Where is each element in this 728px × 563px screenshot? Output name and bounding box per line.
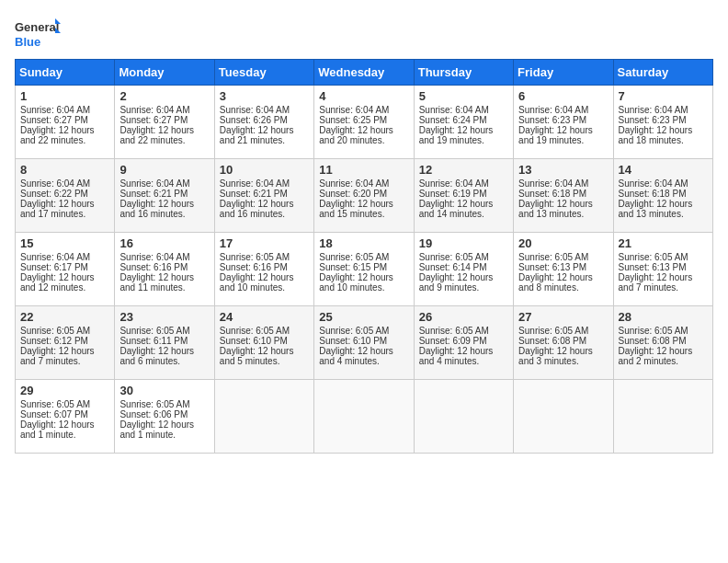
sunrise-label: Sunrise: 6:04 AM bbox=[119, 252, 189, 262]
weekday-header: Monday bbox=[115, 60, 214, 86]
sunset-label: Sunset: 6:11 PM bbox=[119, 336, 188, 346]
sunset-label: Sunset: 6:14 PM bbox=[419, 262, 487, 272]
sunrise-label: Sunrise: 6:05 AM bbox=[220, 326, 290, 336]
daylight-label: Daylight: 12 hours and 7 minutes. bbox=[20, 346, 95, 366]
calendar-row: 22 Sunrise: 6:05 AM Sunset: 6:12 PM Dayl… bbox=[16, 306, 713, 380]
sunset-label: Sunset: 6:24 PM bbox=[419, 115, 487, 125]
sunset-label: Sunset: 6:17 PM bbox=[20, 262, 88, 272]
day-number: 7 bbox=[619, 89, 708, 103]
sunrise-label: Sunrise: 6:04 AM bbox=[119, 105, 189, 115]
sunrise-label: Sunrise: 6:05 AM bbox=[319, 252, 389, 262]
calendar-cell: 16 Sunrise: 6:04 AM Sunset: 6:16 PM Dayl… bbox=[115, 233, 214, 306]
calendar-cell bbox=[414, 380, 513, 454]
daylight-label: Daylight: 12 hours and 11 minutes. bbox=[119, 272, 194, 293]
day-number: 4 bbox=[319, 89, 408, 103]
day-number: 6 bbox=[518, 89, 608, 103]
calendar-cell: 17 Sunrise: 6:05 AM Sunset: 6:16 PM Dayl… bbox=[214, 233, 313, 306]
logo: General Blue bbox=[15, 15, 61, 52]
sunrise-label: Sunrise: 6:04 AM bbox=[220, 178, 290, 189]
day-number: 11 bbox=[319, 163, 408, 177]
calendar-cell: 6 Sunrise: 6:04 AM Sunset: 6:23 PM Dayli… bbox=[514, 86, 613, 159]
sunrise-label: Sunrise: 6:05 AM bbox=[419, 326, 489, 336]
daylight-label: Daylight: 12 hours and 8 minutes. bbox=[518, 272, 593, 293]
sunrise-label: Sunrise: 6:04 AM bbox=[619, 178, 688, 189]
daylight-label: Daylight: 12 hours and 1 minute. bbox=[119, 419, 194, 440]
sunset-label: Sunset: 6:15 PM bbox=[319, 262, 387, 272]
sunrise-label: Sunrise: 6:05 AM bbox=[518, 252, 588, 262]
sunrise-label: Sunrise: 6:04 AM bbox=[20, 105, 90, 115]
day-number: 19 bbox=[419, 236, 508, 250]
sunrise-label: Sunrise: 6:05 AM bbox=[319, 326, 389, 336]
sunset-label: Sunset: 6:23 PM bbox=[518, 115, 586, 125]
day-number: 25 bbox=[319, 310, 408, 324]
sunrise-label: Sunrise: 6:04 AM bbox=[319, 105, 389, 115]
day-number: 12 bbox=[419, 163, 508, 177]
sunset-label: Sunset: 6:07 PM bbox=[20, 409, 88, 419]
calendar-header-row: SundayMondayTuesdayWednesdayThursdayFrid… bbox=[16, 60, 713, 86]
daylight-label: Daylight: 12 hours and 21 minutes. bbox=[220, 125, 294, 145]
calendar-cell: 5 Sunrise: 6:04 AM Sunset: 6:24 PM Dayli… bbox=[414, 86, 513, 159]
sunset-label: Sunset: 6:16 PM bbox=[220, 262, 288, 272]
daylight-label: Daylight: 12 hours and 5 minutes. bbox=[220, 346, 294, 366]
calendar-cell: 25 Sunrise: 6:05 AM Sunset: 6:10 PM Dayl… bbox=[314, 306, 414, 380]
day-number: 10 bbox=[220, 163, 309, 177]
sunset-label: Sunset: 6:21 PM bbox=[119, 189, 188, 199]
calendar-cell: 23 Sunrise: 6:05 AM Sunset: 6:11 PM Dayl… bbox=[115, 306, 214, 380]
weekday-header: Tuesday bbox=[214, 60, 313, 86]
sunrise-label: Sunrise: 6:04 AM bbox=[419, 178, 489, 189]
day-number: 1 bbox=[20, 89, 109, 103]
calendar-table: SundayMondayTuesdayWednesdayThursdayFrid… bbox=[15, 59, 713, 454]
day-number: 23 bbox=[119, 310, 209, 324]
sunrise-label: Sunrise: 6:04 AM bbox=[20, 252, 90, 262]
logo-svg: General Blue bbox=[15, 15, 61, 52]
day-number: 13 bbox=[518, 163, 608, 177]
calendar-row: 15 Sunrise: 6:04 AM Sunset: 6:17 PM Dayl… bbox=[16, 233, 713, 306]
sunset-label: Sunset: 6:27 PM bbox=[119, 115, 188, 125]
sunset-label: Sunset: 6:20 PM bbox=[319, 189, 387, 199]
calendar-cell bbox=[214, 380, 313, 454]
sunset-label: Sunset: 6:08 PM bbox=[619, 336, 687, 346]
day-number: 22 bbox=[20, 310, 109, 324]
weekday-header: Saturday bbox=[613, 60, 712, 86]
daylight-label: Daylight: 12 hours and 17 minutes. bbox=[20, 199, 95, 219]
day-number: 5 bbox=[419, 89, 508, 103]
sunset-label: Sunset: 6:25 PM bbox=[319, 115, 387, 125]
day-number: 24 bbox=[220, 310, 309, 324]
daylight-label: Daylight: 12 hours and 1 minute. bbox=[20, 419, 95, 440]
day-number: 26 bbox=[419, 310, 508, 324]
sunset-label: Sunset: 6:19 PM bbox=[419, 189, 487, 199]
day-number: 2 bbox=[119, 89, 209, 103]
sunrise-label: Sunrise: 6:04 AM bbox=[518, 178, 588, 189]
weekday-header: Friday bbox=[514, 60, 613, 86]
calendar-cell bbox=[514, 380, 613, 454]
calendar-cell: 15 Sunrise: 6:04 AM Sunset: 6:17 PM Dayl… bbox=[16, 233, 115, 306]
day-number: 27 bbox=[518, 310, 608, 324]
sunset-label: Sunset: 6:09 PM bbox=[419, 336, 487, 346]
svg-text:Blue: Blue bbox=[15, 35, 40, 49]
sunrise-label: Sunrise: 6:04 AM bbox=[518, 105, 588, 115]
day-number: 21 bbox=[619, 236, 708, 250]
calendar-cell: 11 Sunrise: 6:04 AM Sunset: 6:20 PM Dayl… bbox=[314, 159, 414, 233]
calendar-row: 1 Sunrise: 6:04 AM Sunset: 6:27 PM Dayli… bbox=[16, 86, 713, 159]
daylight-label: Daylight: 12 hours and 2 minutes. bbox=[619, 346, 693, 366]
daylight-label: Daylight: 12 hours and 20 minutes. bbox=[319, 125, 393, 145]
daylight-label: Daylight: 12 hours and 4 minutes. bbox=[419, 346, 494, 366]
sunset-label: Sunset: 6:22 PM bbox=[20, 189, 88, 199]
calendar-row: 8 Sunrise: 6:04 AM Sunset: 6:22 PM Dayli… bbox=[16, 159, 713, 233]
day-number: 28 bbox=[619, 310, 708, 324]
daylight-label: Daylight: 12 hours and 19 minutes. bbox=[419, 125, 494, 145]
calendar-cell: 24 Sunrise: 6:05 AM Sunset: 6:10 PM Dayl… bbox=[214, 306, 313, 380]
daylight-label: Daylight: 12 hours and 10 minutes. bbox=[319, 272, 393, 293]
daylight-label: Daylight: 12 hours and 13 minutes. bbox=[619, 199, 693, 219]
calendar-cell bbox=[613, 380, 712, 454]
sunset-label: Sunset: 6:13 PM bbox=[619, 262, 687, 272]
svg-text:General: General bbox=[15, 20, 59, 34]
calendar-cell bbox=[314, 380, 414, 454]
sunset-label: Sunset: 6:27 PM bbox=[20, 115, 88, 125]
sunrise-label: Sunrise: 6:05 AM bbox=[20, 399, 90, 409]
daylight-label: Daylight: 12 hours and 13 minutes. bbox=[518, 199, 593, 219]
daylight-label: Daylight: 12 hours and 3 minutes. bbox=[518, 346, 593, 366]
calendar-row: 29 Sunrise: 6:05 AM Sunset: 6:07 PM Dayl… bbox=[16, 380, 713, 454]
sunset-label: Sunset: 6:26 PM bbox=[220, 115, 288, 125]
calendar-cell: 28 Sunrise: 6:05 AM Sunset: 6:08 PM Dayl… bbox=[613, 306, 712, 380]
